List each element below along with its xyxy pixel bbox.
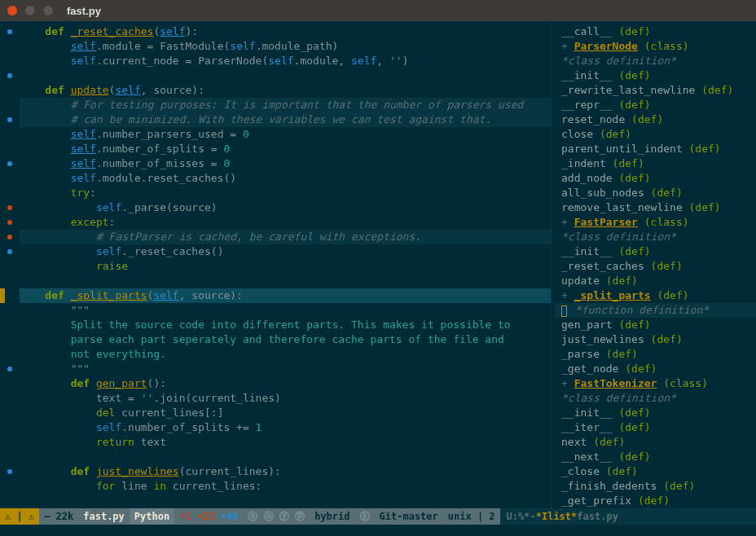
gutter-mark	[0, 39, 20, 54]
close-icon[interactable]	[7, 5, 18, 16]
gutter-mark	[0, 303, 20, 318]
gutter-mark	[0, 142, 20, 156]
gutter-mark	[0, 83, 20, 98]
outline-item[interactable]: add_node (def)	[555, 171, 756, 186]
gutter-mark	[0, 494, 20, 508]
code-line[interactable]: # FastParser is cached, be careful with …	[20, 230, 551, 244]
code-line[interactable]: parse each part seperately and therefore…	[20, 332, 551, 347]
code-line[interactable]: except:	[20, 215, 551, 230]
code-line[interactable]: def just_newlines(current_lines):	[20, 464, 551, 479]
gutter-mark	[0, 244, 20, 259]
vc-branch: Git-master	[375, 508, 443, 525]
code-line[interactable]: self._parse(source)	[20, 200, 551, 215]
code-line[interactable]: del current_lines[:]	[20, 406, 551, 420]
code-line[interactable]: self.module = FastModule(self.module_pat…	[20, 39, 551, 54]
gutter-mark	[0, 215, 20, 230]
code-line[interactable]: self.module.reset_caches()	[20, 171, 551, 186]
code-line[interactable]: """	[20, 362, 551, 376]
code-line[interactable]: return text	[20, 435, 551, 450]
outline-item[interactable]: _parse (def)	[555, 347, 756, 362]
gutter-mark	[0, 24, 20, 39]
outline-item[interactable]: gen_part (def)	[555, 318, 756, 332]
gutter-mark	[0, 200, 20, 215]
outline-cursor	[561, 305, 567, 317]
code-line[interactable]: not everything.	[20, 347, 551, 362]
outline-item[interactable]: __next__ (def)	[555, 450, 756, 464]
outline-item[interactable]: + FastTokenizer (class)	[555, 376, 756, 391]
code-line[interactable]	[20, 274, 551, 288]
code-line[interactable]: self._reset_caches()	[20, 244, 551, 259]
minibuffer[interactable]	[0, 525, 756, 536]
outline-item[interactable]: *class definition*	[555, 230, 756, 244]
outline-item[interactable]: _rewrite_last_newline (def)	[555, 83, 756, 98]
code-line[interactable]: raise	[20, 259, 551, 274]
outline-item[interactable]: __init__ (def)	[555, 406, 756, 420]
warning-indicator: ⚠ | ⚠	[0, 508, 39, 525]
outline-pane[interactable]: __call__ (def)+ ParserNode (class) *clas…	[551, 21, 756, 508]
code-line[interactable]: try:	[20, 186, 551, 200]
outline-item[interactable]: *class definition*	[555, 391, 756, 406]
code-line[interactable]: # can be minimized. With these variables…	[20, 112, 551, 127]
outline-item[interactable]: _reset_caches (def)	[555, 259, 756, 274]
outline-item[interactable]: close (def)	[555, 127, 756, 142]
outline-item[interactable]: *class definition*	[555, 54, 756, 68]
gutter-mark	[0, 112, 20, 127]
outline-item[interactable]: _get_prefix (def)	[555, 494, 756, 508]
outline-item[interactable]: all_sub_nodes (def)	[555, 186, 756, 200]
code-pane[interactable]: def _reset_caches(self): self.module = F…	[0, 21, 551, 508]
maximize-icon[interactable]	[42, 5, 54, 16]
gutter-mark	[0, 259, 20, 274]
code-line[interactable]	[20, 68, 551, 83]
outline-item[interactable]: _finish_dedents (def)	[555, 479, 756, 494]
outline-item[interactable]: _close (def)	[555, 464, 756, 479]
editor-body: def _reset_caches(self): self.module = F…	[0, 21, 756, 508]
code-line[interactable]: for line in current_lines:	[20, 479, 551, 494]
gutter-mark	[0, 332, 20, 347]
code-line[interactable]: self.number_of_splits += 1	[20, 420, 551, 435]
outline-item[interactable]: reset_node (def)	[555, 112, 756, 127]
gutter-mark	[0, 450, 20, 464]
code-line[interactable]: self.number_parsers_used = 0	[20, 127, 551, 142]
outline-item[interactable]: _get_node (def)	[555, 362, 756, 376]
code-line[interactable]: def update(self, source):	[20, 83, 551, 98]
gutter-mark	[0, 274, 20, 288]
flycheck-counts: •1 •23 •46	[174, 508, 243, 525]
outline-item[interactable]: update (def)	[555, 274, 756, 288]
outline-item[interactable]: *function definition*	[555, 303, 756, 318]
gutter-mark	[0, 98, 20, 112]
major-mode: Python	[130, 508, 174, 525]
code-line[interactable]: self.current_node = ParserNode(self.modu…	[20, 54, 551, 68]
hybrid-mode: hybrid	[310, 508, 354, 525]
code-line[interactable]: Split the source code into different par…	[20, 318, 551, 332]
outline-item[interactable]: __call__ (def)	[555, 24, 756, 39]
code-line[interactable]: # For testing purposes: It is important …	[20, 98, 551, 112]
code-line[interactable]: self.number_of_splits = 0	[20, 142, 551, 156]
outline-item[interactable]: remove_last_newline (def)	[555, 200, 756, 215]
outline-item[interactable]: __repr__ (def)	[555, 98, 756, 112]
outline-item[interactable]: __init__ (def)	[555, 244, 756, 259]
window-title: fast.py	[67, 5, 101, 17]
gutter-mark	[0, 420, 20, 435]
outline-item[interactable]: __init__ (def)	[555, 68, 756, 83]
gutter-mark	[0, 186, 20, 200]
code-line[interactable]: def gen_part():	[20, 376, 551, 391]
outline-item[interactable]: + FastParser (class)	[555, 215, 756, 230]
code-line[interactable]: text = ''.join(current_lines)	[20, 391, 551, 406]
code-line[interactable]: self.number_of_misses = 0	[20, 156, 551, 171]
code-line[interactable]: """	[20, 303, 551, 318]
code-line[interactable]: def _reset_caches(self):	[20, 24, 551, 39]
code-area[interactable]: def _reset_caches(self): self.module = F…	[20, 21, 551, 508]
outline-item[interactable]: + ParserNode (class)	[555, 39, 756, 54]
code-line[interactable]	[20, 450, 551, 464]
outline-item[interactable]: __iter__ (def)	[555, 420, 756, 435]
code-line[interactable]: def _split_parts(self, source):	[20, 288, 551, 303]
outline-item[interactable]: _indent (def)	[555, 156, 756, 171]
minimize-icon[interactable]	[24, 5, 36, 16]
outline-item[interactable]: just_newlines (def)	[555, 332, 756, 347]
gutter-mark	[0, 406, 20, 420]
outline-item[interactable]: next (def)	[555, 435, 756, 450]
outline-item[interactable]: + _split_parts (def)	[555, 288, 756, 303]
outline-item[interactable]: parent_until_indent (def)	[555, 142, 756, 156]
mode-indicator-2: ⓚ	[355, 508, 375, 525]
modeline: ⚠ | ⚠ — 22k fast.py Python •1 •23 •46 ⓐ …	[0, 508, 756, 525]
